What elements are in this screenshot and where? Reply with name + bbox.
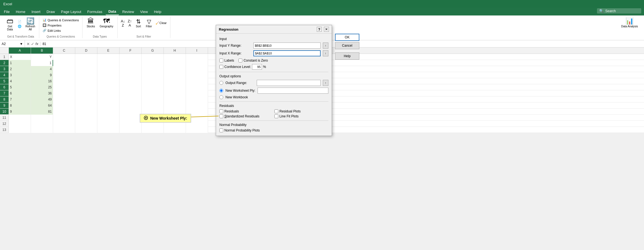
table-cell[interactable] [164, 60, 186, 66]
table-cell[interactable] [164, 121, 186, 127]
search-box[interactable]: 🔍 Search [597, 8, 641, 14]
stocks-button[interactable]: 🏛 Stocks [85, 17, 97, 28]
table-cell[interactable] [164, 96, 186, 102]
table-cell[interactable] [75, 96, 97, 102]
input-y-field[interactable]: $B$2:$B$10 [253, 43, 321, 49]
table-cell[interactable] [97, 121, 120, 127]
table-cell[interactable] [142, 66, 164, 72]
confirm-formula-icon[interactable]: ✓ [31, 42, 34, 46]
table-cell[interactable] [142, 121, 164, 127]
table-cell[interactable] [142, 72, 164, 78]
cancel-formula-icon[interactable]: ✕ [27, 42, 30, 46]
table-cell[interactable] [97, 60, 120, 66]
table-cell[interactable] [53, 109, 75, 115]
table-cell[interactable] [97, 96, 120, 102]
menu-insert[interactable]: Insert [29, 9, 43, 15]
table-cell[interactable] [97, 127, 120, 133]
table-cell[interactable]: X [9, 54, 31, 60]
table-cell[interactable] [186, 121, 208, 127]
table-cell[interactable]: 3 [9, 72, 31, 78]
table-cell[interactable] [53, 66, 75, 72]
table-cell[interactable] [120, 102, 142, 109]
table-cell[interactable] [75, 84, 97, 90]
table-cell[interactable] [75, 109, 97, 115]
input-y-arrow-btn[interactable]: ↑ [323, 43, 328, 49]
table-cell[interactable] [97, 72, 120, 78]
table-cell[interactable] [97, 102, 120, 109]
table-cell[interactable] [120, 66, 142, 72]
menu-home[interactable]: Home [13, 9, 28, 15]
table-cell[interactable] [53, 127, 75, 133]
table-cell[interactable] [164, 127, 186, 133]
table-cell[interactable] [120, 60, 142, 66]
table-cell[interactable]: 9 [9, 109, 31, 115]
table-cell[interactable] [31, 115, 53, 121]
table-cell[interactable] [75, 72, 97, 78]
menu-file[interactable]: File [1, 9, 12, 15]
output-range-field[interactable] [257, 80, 321, 86]
normal-probability-checkbox[interactable] [219, 128, 223, 132]
confidence-checkbox[interactable] [219, 65, 223, 69]
table-cell[interactable] [164, 115, 186, 121]
table-cell[interactable] [75, 60, 97, 66]
table-cell[interactable] [186, 109, 208, 115]
table-cell[interactable] [164, 102, 186, 109]
table-cell[interactable]: 7 [9, 96, 31, 102]
menu-review[interactable]: Review [120, 9, 137, 15]
table-cell[interactable] [120, 78, 142, 84]
col-header-F[interactable]: F [120, 48, 142, 54]
table-cell[interactable] [164, 66, 186, 72]
table-cell[interactable] [120, 84, 142, 90]
table-cell[interactable] [9, 127, 31, 133]
table-cell[interactable] [142, 90, 164, 96]
table-cell[interactable] [186, 84, 208, 90]
sort-az-button[interactable]: A↓Z [120, 19, 126, 28]
labels-checkbox[interactable] [219, 59, 223, 62]
dialog-close-icon[interactable]: ✕ [324, 27, 329, 32]
table-cell[interactable] [142, 84, 164, 90]
table-cell[interactable] [9, 115, 31, 121]
geography-button[interactable]: 🗺 Geography [98, 17, 115, 28]
table-cell[interactable]: 8 [9, 102, 31, 109]
table-cell[interactable] [75, 115, 97, 121]
sort-za-button[interactable]: Z↑A [127, 19, 133, 28]
table-cell[interactable] [186, 66, 208, 72]
table-cell[interactable] [164, 84, 186, 90]
standardized-residuals-checkbox[interactable] [219, 114, 223, 118]
table-cell[interactable] [164, 54, 186, 60]
sort-button[interactable]: ⇅ Sort [133, 18, 143, 28]
table-cell[interactable] [53, 121, 75, 127]
residuals-checkbox[interactable] [219, 109, 223, 113]
table-cell[interactable]: 49 [31, 96, 53, 102]
table-cell[interactable] [75, 54, 97, 60]
table-cell[interactable]: 81 [31, 109, 53, 115]
table-cell[interactable]: Y [31, 54, 53, 60]
from-text-button[interactable]: 📄 [17, 20, 23, 24]
table-cell[interactable] [53, 102, 75, 109]
table-cell[interactable] [186, 96, 208, 102]
table-cell[interactable] [186, 102, 208, 109]
table-cell[interactable] [186, 127, 208, 133]
queries-connections-button[interactable]: 📊Queries & Connections [41, 18, 80, 22]
table-cell[interactable] [97, 90, 120, 96]
table-cell[interactable] [120, 96, 142, 102]
col-header-D[interactable]: D [75, 48, 97, 54]
table-cell[interactable] [97, 78, 120, 84]
table-cell[interactable] [53, 78, 75, 84]
table-cell[interactable] [31, 121, 53, 127]
table-cell[interactable] [53, 84, 75, 90]
menu-pagelayout[interactable]: Page Layout [58, 9, 84, 15]
insert-function-icon[interactable]: fx [35, 42, 38, 46]
table-cell[interactable]: 2 [9, 66, 31, 72]
table-cell[interactable] [97, 109, 120, 115]
ok-button[interactable]: OK [335, 34, 359, 41]
col-header-A[interactable]: A [9, 48, 31, 54]
table-cell[interactable] [186, 78, 208, 84]
table-cell[interactable] [75, 121, 97, 127]
table-cell[interactable] [97, 54, 120, 60]
dialog-help-icon[interactable]: ? [317, 27, 322, 32]
output-range-radio[interactable] [219, 81, 223, 85]
table-cell[interactable] [142, 102, 164, 109]
input-x-field[interactable]: $A$2:$A$10 [253, 50, 321, 56]
edit-links-button[interactable]: 🔗Edit Links [41, 28, 80, 33]
